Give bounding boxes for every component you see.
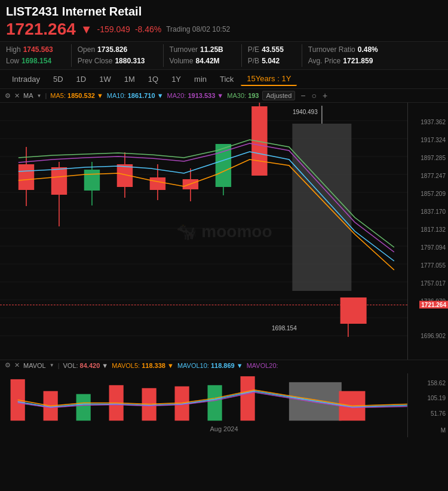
tab-intraday[interactable]: Intraday <box>6 73 46 85</box>
stock-ticker: LIST2431 <box>6 5 59 19</box>
turnover-label: Turnover <box>170 44 198 56</box>
price-row: 1721.264 ▼ -159.049 -8.46% Trading 08/02… <box>6 20 442 39</box>
turnover-ratio-value: 0.48% <box>358 44 378 56</box>
chart-nav: − ○ + <box>299 91 329 100</box>
tab-tick[interactable]: Tick <box>214 73 240 85</box>
tab-1w[interactable]: 1W <box>93 73 117 85</box>
price-label-1917: 1917.324 <box>421 137 446 143</box>
stat-pe-pb: P/E 43.555 P/B 5.042 <box>248 44 284 67</box>
price-label-1757: 1757.017 <box>421 280 446 287</box>
vol-price-105: 105.19 <box>427 395 446 401</box>
stat-turnover: Turnover 11.25B <box>170 44 223 56</box>
settings-icon[interactable]: ⚙ <box>5 92 11 100</box>
ma20-label: MA20: 1913.533 ▼ <box>167 92 224 99</box>
ma5-label: MA5: 1850.532 ▼ <box>50 92 103 99</box>
price-label-1877: 1877.247 <box>421 173 446 179</box>
price-label-1817: 1817.132 <box>421 226 446 233</box>
stat-pb: P/B 5.042 <box>248 56 284 67</box>
price-label-1696: 1696.902 <box>421 333 446 339</box>
price-label-1777: 1777.055 <box>421 262 446 269</box>
vol-settings-icon[interactable]: ⚙ <box>5 361 11 369</box>
nav-right-button[interactable]: + <box>321 91 329 100</box>
pe-value: 43.555 <box>262 44 284 56</box>
svg-rect-42 <box>208 385 222 421</box>
tab-1d[interactable]: 1D <box>70 73 93 85</box>
price-label-1897: 1897.285 <box>421 155 446 161</box>
mavol20-label: MAVOL20: <box>247 362 278 369</box>
vol-price-m: M <box>441 426 446 433</box>
vol-close-icon[interactable]: ✕ <box>14 361 20 369</box>
zoom-in-button[interactable]: ○ <box>309 91 318 100</box>
svg-rect-18 <box>84 170 100 191</box>
stat-avg-price: Avg. Price 1721.859 <box>308 56 378 67</box>
mavol-dropdown-arrow[interactable]: ▼ <box>50 363 54 368</box>
header: LIST2431 Internet Retail 1721.264 ▼ -159… <box>0 0 448 41</box>
price-label-1857: 1857.209 <box>421 191 446 197</box>
ma-label: MA <box>23 92 33 99</box>
tabs-row: Intraday 5D 1D 1W 1M 1Q 1Y min Tick 15Ye… <box>0 70 448 89</box>
down-arrow-icon: ▼ <box>81 23 93 36</box>
change-amount: -159.049 <box>97 24 130 34</box>
chart-controls: ⚙ ✕ MA ▼ | MA5: 1850.532 ▼ MA10: 1861.71… <box>0 89 448 103</box>
vol-sep: | <box>58 362 60 369</box>
adjusted-button[interactable]: Adjusted <box>262 91 295 100</box>
stats-row: High 1745.563 Low 1698.154 Open 1735.826… <box>0 41 448 70</box>
title-row: LIST2431 Internet Retail <box>6 5 442 19</box>
low-value: 1698.154 <box>22 56 51 67</box>
pb-label: P/B <box>248 56 259 67</box>
tab-min[interactable]: min <box>188 73 213 85</box>
prev-close-value: 1880.313 <box>115 56 145 67</box>
mavol-label: MAVOL <box>23 362 46 369</box>
ma10-label: MA10: 1861.710 ▼ <box>107 92 164 99</box>
open-label: Open <box>78 44 95 56</box>
price-label-1937: 1937.362 <box>421 119 446 125</box>
chart-area: 🐄 moomoo 1940.493 1698.154 <box>0 103 448 360</box>
price-label-1797: 1797.094 <box>421 244 446 251</box>
svg-rect-14 <box>19 164 34 190</box>
stock-name: Internet Retail <box>62 5 142 19</box>
stat-volume: Volume 84.42M <box>170 56 223 67</box>
svg-rect-41 <box>76 394 91 421</box>
separator: | <box>45 92 47 99</box>
avg-price-label: Avg. Price <box>308 56 340 67</box>
low-label: Low <box>6 56 19 67</box>
turnover-ratio-label: Turnover Ratio <box>308 44 355 56</box>
open-value: 1735.826 <box>97 44 127 56</box>
svg-rect-22 <box>150 177 165 190</box>
pb-value: 5.042 <box>262 56 280 67</box>
high-label: High <box>6 44 21 56</box>
volume-value: 84.42M <box>196 56 220 67</box>
vol-price-158: 158.62 <box>427 380 446 386</box>
tab-1q[interactable]: 1Q <box>142 73 164 85</box>
pe-label: P/E <box>248 44 259 56</box>
stat-turnover-vol: Turnover 11.25B Volume 84.42M <box>170 44 223 67</box>
aug-label: Aug 2024 <box>210 425 238 432</box>
stat-high-low: High 1745.563 Low 1698.154 <box>6 44 53 67</box>
prev-close-label: Prev Close <box>78 56 113 67</box>
ma-dropdown-arrow[interactable]: ▼ <box>37 93 42 99</box>
high-value: 1745.563 <box>23 44 53 56</box>
close-icon[interactable]: ✕ <box>14 92 20 100</box>
price-label-1837: 1837.170 <box>421 208 446 215</box>
tab-15years[interactable]: 15Years : 1Y <box>241 72 297 86</box>
svg-rect-16 <box>51 167 67 195</box>
zoom-out-button[interactable]: − <box>299 91 307 100</box>
avg-price-value: 1721.859 <box>343 56 373 67</box>
tab-5d[interactable]: 5D <box>47 73 69 85</box>
price-labels: 1937.362 1917.324 1897.285 1877.247 1857… <box>407 103 448 360</box>
mavol5-label: MAVOL5: 118.338 ▼ <box>112 362 174 369</box>
stat-low: Low 1698.154 <box>6 56 53 67</box>
volume-section: ⚙ ✕ MAVOL ▼ | VOL: 84.420 ▼ MAVOL5: 118.… <box>0 360 448 437</box>
tab-1m[interactable]: 1M <box>118 73 141 85</box>
stat-pe: P/E 43.555 <box>248 44 284 56</box>
candlestick-chart <box>0 103 448 360</box>
vol-controls: ⚙ ✕ MAVOL ▼ | VOL: 84.420 ▼ MAVOL5: 118.… <box>0 360 448 370</box>
change-pct: -8.46% <box>135 24 161 34</box>
tab-1y[interactable]: 1Y <box>165 73 187 85</box>
volume-label: Volume <box>170 56 194 67</box>
mavol10-label: MAVOL10: 118.869 ▼ <box>177 362 243 369</box>
svg-rect-38 <box>240 376 254 421</box>
svg-rect-32 <box>340 297 367 324</box>
svg-rect-29 <box>292 124 351 291</box>
vol-price-51: 51.76 <box>431 410 446 416</box>
